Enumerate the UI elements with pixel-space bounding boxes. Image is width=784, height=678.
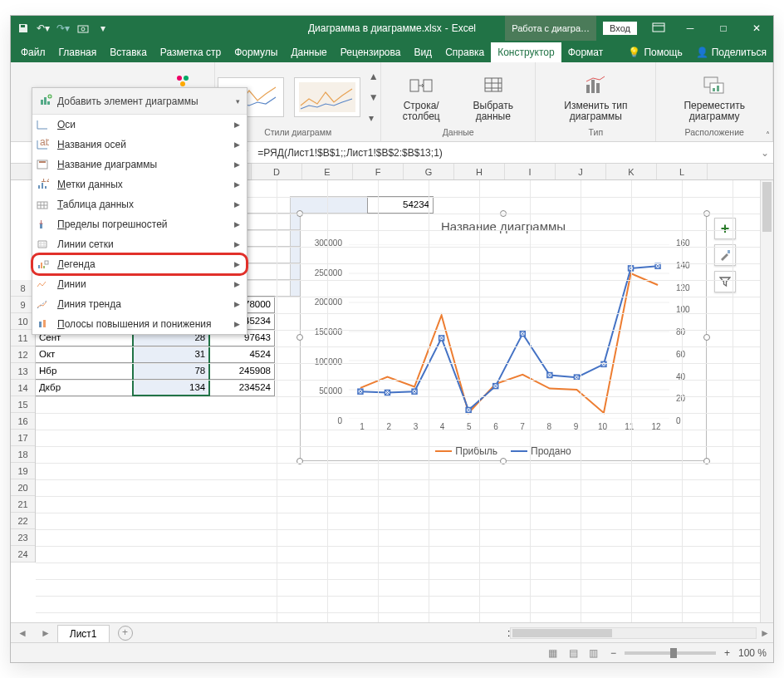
share-icon: 👤 [696,47,708,58]
chart-style-2[interactable] [294,77,360,117]
zoom-out-button[interactable]: − [610,647,616,659]
tab-format[interactable]: Формат [561,42,610,62]
svg-rect-79 [728,250,730,253]
zoom-slider[interactable] [625,651,716,655]
titlebar: ↶▾ ↷▾ ▾ Диаграмма в диаграмме.xlsx - Exc… [11,16,773,41]
chart-legend[interactable]: Прибыль Продано [301,445,706,457]
move-chart-icon [701,72,728,99]
undo-icon[interactable]: ↶▾ [37,22,49,34]
menu-item-6[interactable]: Линии сетки▶ [32,234,247,254]
view-normal-icon[interactable]: ▦ [544,647,561,659]
chart-title[interactable]: Название диаграммы [301,214,706,238]
view-pagebreak-icon[interactable]: ▥ [585,647,602,659]
svg-text:ab: ab [40,139,49,148]
svg-rect-12 [596,83,600,93]
svg-rect-16 [717,86,719,91]
formula-input[interactable]: =РЯД(Лист1!$B$1;;Лист1!$B$2:$B$13;1) [252,147,757,159]
chart-tools-label: Работа с диагра… [505,16,596,41]
zoom-in-button[interactable]: + [724,647,730,659]
redo-icon[interactable]: ↷▾ [57,22,69,34]
camera-icon[interactable] [77,22,89,34]
tab-insert[interactable]: Вставка [103,42,154,62]
menu-item-7[interactable]: Легенда▶ [32,254,247,274]
add-chart-element-button[interactable]: Добавить элемент диаграммы ▾ [32,88,247,115]
tab-file[interactable]: Файл [14,42,52,62]
switch-row-col-button[interactable]: Строка/столбец [390,72,453,122]
svg-point-3 [177,76,182,81]
save-icon[interactable] [17,22,29,34]
svg-rect-29 [40,224,42,228]
svg-point-4 [184,76,189,81]
svg-point-1 [81,27,85,31]
plot-area[interactable] [349,244,669,419]
menu-item-5[interactable]: Пределы погрешностей▶ [32,214,247,234]
zoom-level[interactable]: 100 % [738,647,767,659]
svg-rect-34 [39,322,42,327]
tab-designer[interactable]: Конструктор [491,42,561,62]
select-data-icon [480,72,507,99]
minimize-button[interactable]: ─ [674,16,707,41]
menu-item-10[interactable]: Полосы повышения и понижения▶ [32,314,247,334]
menu-item-4[interactable]: Таблица данных▶ [32,194,247,214]
tab-data[interactable]: Данные [284,42,333,62]
chevron-down-icon: ▾ [236,97,240,106]
select-data-button[interactable]: Выбрать данные [459,72,527,122]
formula-expand-icon[interactable]: ⌄ [757,147,773,159]
login-button[interactable]: Вход [603,22,637,35]
change-chart-type-button[interactable]: Изменить тип диаграммы [544,72,647,122]
tab-formulas[interactable]: Формулы [228,42,284,62]
tab-layout[interactable]: Разметка стр [154,42,228,62]
app-name: Excel [452,22,476,34]
ribbon-tabs: Файл Главная Вставка Разметка стр Формул… [11,41,773,62]
tab-view[interactable]: Вид [407,42,439,62]
add-chart-element-menu: Добавить элемент диаграммы ▾ Оси▶abНазва… [32,87,247,335]
add-sheet-button[interactable]: + [118,626,133,641]
svg-rect-19 [47,101,50,105]
tab-help[interactable]: Справка [439,42,491,62]
location-group-label: Расположение [685,128,744,138]
sheet-nav-prev[interactable]: ◄ [11,627,34,639]
svg-rect-8 [424,80,432,91]
svg-rect-32 [43,266,45,268]
y-axis-right: 020406080100120140160 [673,243,703,420]
sheet-nav-next[interactable]: ► [34,627,57,639]
svg-rect-31 [41,263,42,268]
svg-rect-30 [38,265,40,268]
menu-item-2[interactable]: Название диаграммы▶ [32,155,247,174]
svg-rect-11 [591,80,595,93]
close-button[interactable]: ✕ [740,16,773,41]
column-headers[interactable]: ьDEFGHIJKL [235,164,773,180]
svg-rect-17 [41,100,43,105]
file-name: Диаграмма в диаграмме.xlsx [308,22,442,34]
tab-review[interactable]: Рецензирова [334,42,408,62]
tab-home[interactable]: Главная [52,42,104,62]
horizontal-scrollbar[interactable]: :► [507,627,773,639]
svg-rect-26 [45,186,47,189]
move-chart-button[interactable]: Переместить диаграмму [664,72,764,122]
svg-rect-15 [713,88,715,91]
x-axis: 123456789101112 [349,422,669,435]
bulb-icon: 💡 [628,47,640,58]
data-group-label: Данные [443,128,474,138]
menu-item-9[interactable]: Линия тренда▶ [32,294,247,314]
change-type-icon [582,72,609,99]
sheet-tab-bar: ◄ ► Лист1 + :► [11,622,773,642]
ribbon-options-icon[interactable] [644,22,674,35]
chart-element-icon [39,93,52,109]
menu-item-1[interactable]: abНазвания осей▶ [32,135,247,155]
menu-item-3[interactable]: 12Метки данных▶ [32,174,247,194]
tell-me[interactable]: 💡Помощь [621,42,688,62]
chart-object[interactable]: Название диаграммы 050000100000150000200… [300,214,707,461]
menu-item-8[interactable]: Линии▶ [32,274,247,294]
share-button[interactable]: 👤Поделиться [689,42,773,62]
maximize-button[interactable]: □ [707,16,740,41]
collapse-ribbon-icon[interactable]: ˄ [766,130,770,140]
qat-more-icon[interactable]: ▾ [97,22,109,34]
view-pagelayout-icon[interactable]: ▤ [565,647,582,659]
sheet-tab-1[interactable]: Лист1 [57,625,110,642]
styles-more-icon[interactable]: ▲▼▾ [369,66,380,128]
menu-item-0[interactable]: Оси▶ [32,115,247,135]
styles-group-label: Стили диаграмм [264,128,331,138]
type-group-label: Тип [589,128,604,138]
vertical-scrollbar[interactable] [760,180,773,622]
